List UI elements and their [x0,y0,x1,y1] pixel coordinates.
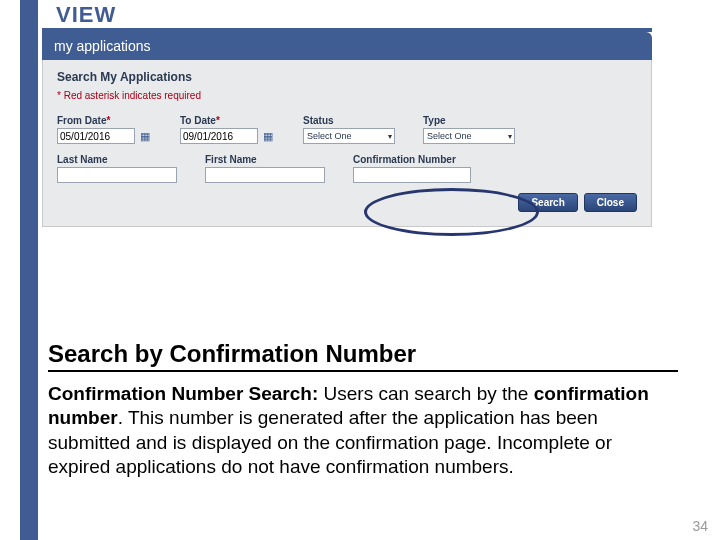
first-name-field: First Name [205,154,325,183]
type-field: Type Select One ▾ [423,115,515,144]
doc-text-rest: . This number is generated after the app… [48,407,612,477]
status-field: Status Select One ▾ [303,115,395,144]
status-select[interactable]: Select One ▾ [303,128,395,144]
required-note: * Red asterisk indicates required [57,90,637,101]
search-button[interactable]: Search [518,193,577,212]
status-label: Status [303,115,395,126]
doc-lead: Confirmation Number Search: [48,383,318,404]
slide-left-stripe [20,0,38,540]
status-select-value: Select One [307,131,352,141]
confirmation-number-field: Confirmation Number [353,154,471,183]
doc-heading: Search by Confirmation Number [48,340,678,372]
calendar-icon[interactable]: ▦ [261,129,275,143]
first-name-input[interactable] [205,167,325,183]
last-name-label: Last Name [57,154,177,165]
to-date-field: To Date* ▦ [180,115,275,144]
form-row-2: Last Name First Name Confirmation Number [57,154,637,183]
slide-content: VIEW my applications Search My Applicati… [42,0,720,227]
panel-title: Search My Applications [57,70,637,84]
doc-body: Confirmation Number Search: Users can se… [48,382,678,479]
chevron-down-icon: ▾ [505,132,512,141]
page-number: 34 [692,518,708,534]
confirmation-number-input[interactable] [353,167,471,183]
calendar-icon[interactable]: ▦ [138,129,152,143]
button-row: Search Close [57,193,637,212]
view-label: VIEW [42,0,720,28]
confirmation-number-label: Confirmation Number [353,154,471,165]
type-select-value: Select One [427,131,472,141]
doc-text-1: Users can search by the [318,383,533,404]
first-name-label: First Name [205,154,325,165]
type-select[interactable]: Select One ▾ [423,128,515,144]
panel-body: Search My Applications * Red asterisk in… [42,60,652,227]
to-date-label-text: To Date [180,115,216,126]
to-date-input[interactable] [180,128,258,144]
from-date-input[interactable] [57,128,135,144]
form-row-1: From Date* ▦ To Date* ▦ [57,115,637,144]
required-asterisk: * [216,115,220,126]
search-panel: my applications Search My Applications *… [42,28,652,227]
panel-header: my applications [42,32,652,60]
to-date-label: To Date* [180,115,275,126]
chevron-down-icon: ▾ [385,132,392,141]
doc-section: Search by Confirmation Number Confirmati… [48,340,678,479]
last-name-input[interactable] [57,167,177,183]
last-name-field: Last Name [57,154,177,183]
close-button[interactable]: Close [584,193,637,212]
required-asterisk: * [106,115,110,126]
from-date-label-text: From Date [57,115,106,126]
type-label: Type [423,115,515,126]
from-date-label: From Date* [57,115,152,126]
from-date-field: From Date* ▦ [57,115,152,144]
